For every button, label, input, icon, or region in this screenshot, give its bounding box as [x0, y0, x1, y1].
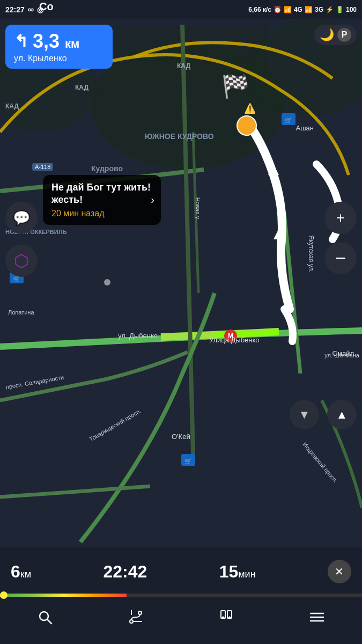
compass-arrow-icon: ▼: [299, 408, 311, 422]
svg-point-19: [130, 620, 133, 623]
svg-text:🛒: 🛒: [184, 457, 192, 465]
co-text: Co: [39, 1, 54, 13]
status-bar: 22:27 ∞ ◎ Co 6,66 к/с ⏰ 📶 4G 📶 3G ⚡ 🔋 10…: [0, 0, 362, 19]
duration-stat: 15мин: [219, 562, 256, 582]
progress-fill: [0, 594, 127, 597]
svg-point-8: [104, 279, 110, 286]
destination-flag: 🏁: [221, 73, 249, 99]
svg-text:М: М: [228, 332, 233, 340]
battery-icon: 🔋: [336, 6, 344, 13]
distance-value: 6км: [11, 562, 31, 581]
status-left: 22:27 ∞ ◎: [5, 5, 43, 14]
distance-stat: 6км: [11, 562, 31, 582]
svg-text:🛒: 🛒: [285, 116, 292, 124]
comment-text: Не дай Бог тут жить! жесть!: [51, 181, 152, 207]
svg-line-18: [47, 619, 51, 624]
zoom-out-button[interactable]: −: [324, 242, 357, 274]
nav-search[interactable]: [26, 604, 64, 636]
routes-icon: [127, 609, 144, 630]
speed-indicator: 6,66 к/с: [248, 6, 271, 13]
route-stats: 6км 22:42 15мин ✕: [11, 560, 351, 583]
alarm-icon: ⏰: [274, 6, 282, 13]
signal-4g-label: 4G: [294, 6, 302, 13]
nav-menu[interactable]: [298, 604, 336, 636]
turn-arrow: ↰: [14, 31, 28, 52]
infinity-icon: ∞: [28, 5, 34, 14]
nav-bookmarks[interactable]: [207, 604, 246, 636]
location-icon: ⬡: [14, 251, 29, 271]
arrival-time: 22:42: [103, 562, 147, 581]
moon-icon: 🌙: [320, 28, 334, 42]
route-info-bar: 6км 22:42 15мин ✕: [0, 547, 362, 596]
close-icon: ✕: [335, 565, 344, 578]
north-arrow-icon: ▲: [336, 408, 348, 422]
arrival-stat: 22:42: [103, 562, 147, 582]
compass-button[interactable]: ▼: [290, 400, 319, 429]
nav-instruction: ↰ 3,3 км ул. Крыленко: [5, 25, 113, 69]
signal-3g-label: 3G: [315, 6, 323, 13]
map-area[interactable]: М 🛒 🛒 🛒 🏁 КАД КАД КАД А-118 ЮЖНОЕ КУДРОВ…: [0, 19, 362, 547]
map-svg: М 🛒 🛒 🛒: [0, 19, 362, 547]
parking-icon: P: [337, 28, 351, 42]
comment-time: 20 мин назад: [51, 209, 152, 218]
location-button[interactable]: ⬡: [5, 245, 38, 277]
svg-marker-24: [227, 616, 232, 618]
svg-point-20: [138, 611, 142, 614]
svg-marker-22: [221, 616, 225, 618]
search-icon: [36, 609, 54, 630]
user-comment-popup[interactable]: Не дай Бог тут жить! жесть! 20 мин назад…: [43, 175, 161, 225]
nav-routes[interactable]: [116, 604, 155, 636]
time: 22:27: [5, 5, 25, 14]
comment-arrow: ›: [151, 194, 154, 206]
signal-3g: 📶: [305, 6, 313, 13]
bookmarks-icon: [218, 609, 235, 630]
duration-value: 15мин: [219, 562, 256, 581]
comment-button[interactable]: 💬: [5, 202, 38, 234]
charge-icon: ⚡: [326, 6, 334, 13]
close-route-button[interactable]: ✕: [328, 560, 351, 583]
north-button[interactable]: ▲: [327, 400, 357, 429]
progress-marker: [0, 591, 8, 599]
menu-icon: [308, 609, 326, 630]
signal-4g: 📶: [284, 6, 292, 13]
warning-icon: ⚠️: [244, 103, 256, 114]
zoom-in-button[interactable]: +: [324, 202, 357, 234]
nav-street: ул. Крыленко: [14, 54, 104, 63]
svg-point-7: [237, 116, 256, 135]
nav-distance: 3,3 км: [33, 30, 79, 53]
minus-icon: −: [335, 247, 346, 269]
battery-level: 100: [346, 6, 357, 13]
status-right: 6,66 к/с ⏰ 📶 4G 📶 3G ⚡ 🔋 100: [248, 6, 357, 13]
comment-icon: 💬: [13, 210, 30, 226]
moon-parking-button[interactable]: 🌙 P: [314, 25, 357, 45]
bottom-nav-bar: [0, 596, 362, 644]
plus-icon: +: [336, 209, 345, 226]
route-progress-bar: [0, 594, 362, 597]
